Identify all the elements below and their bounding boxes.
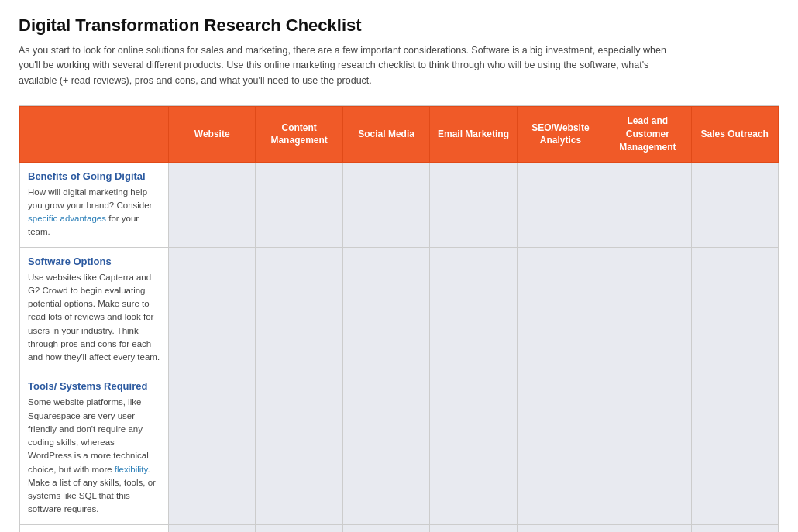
row-label-stakeholders: Stakeholders List anyone who will be wor… (20, 524, 169, 532)
table-header-row: Website Content Management Social Media … (20, 107, 779, 162)
cell-software-seo[interactable] (517, 247, 604, 372)
cell-stakeholders-content[interactable] (256, 524, 342, 532)
row-desc-benefits: How will digital marketing help you grow… (28, 186, 160, 239)
cell-stakeholders-seo[interactable] (517, 524, 604, 532)
cell-benefits-content[interactable] (256, 162, 342, 247)
cell-benefits-website[interactable] (169, 162, 256, 247)
cell-tools-content[interactable] (256, 372, 342, 524)
table-row: Software Options Use websites like Capte… (20, 247, 779, 372)
checklist-table: Website Content Management Social Media … (19, 105, 779, 532)
row-title-benefits: Benefits of Going Digital (28, 170, 160, 182)
cell-stakeholders-website[interactable] (169, 524, 256, 532)
cell-benefits-sales[interactable] (691, 162, 778, 247)
col-header-website: Website (169, 107, 256, 162)
row-label-tools: Tools/ Systems Required Some website pla… (20, 372, 169, 524)
row-label-benefits: Benefits of Going Digital How will digit… (20, 162, 169, 247)
cell-tools-sales[interactable] (691, 372, 778, 524)
cell-software-email[interactable] (430, 247, 517, 372)
cell-stakeholders-email[interactable] (430, 524, 517, 532)
page-intro: As you start to look for online solution… (19, 43, 685, 88)
cell-software-website[interactable] (169, 247, 256, 372)
row-title-software: Software Options (28, 256, 160, 267)
benefits-link[interactable]: specific advantages (28, 214, 106, 223)
col-header-seo-analytics: SEO/Website Analytics (517, 107, 604, 162)
cell-software-sales[interactable] (691, 247, 778, 372)
col-header-lead-customer: Lead and Customer Management (604, 107, 691, 162)
cell-tools-seo[interactable] (517, 372, 604, 524)
cell-stakeholders-social[interactable] (342, 524, 429, 532)
col-header-empty (20, 107, 169, 162)
tools-link[interactable]: flexibility (115, 465, 148, 474)
cell-benefits-email[interactable] (430, 162, 517, 247)
cell-tools-lead[interactable] (604, 372, 691, 524)
cell-benefits-seo[interactable] (517, 162, 604, 247)
cell-benefits-lead[interactable] (604, 162, 691, 247)
page-title: Digital Transformation Research Checklis… (19, 15, 779, 36)
cell-stakeholders-lead[interactable] (604, 524, 691, 532)
col-header-social-media: Social Media (342, 107, 429, 162)
row-desc-tools: Some website platforms, like Squarespace… (28, 396, 160, 516)
col-header-sales-outreach: Sales Outreach (691, 107, 778, 162)
table-row: Stakeholders List anyone who will be wor… (20, 524, 779, 532)
table-row: Tools/ Systems Required Some website pla… (20, 372, 779, 524)
cell-software-content[interactable] (256, 247, 342, 372)
cell-tools-social[interactable] (342, 372, 429, 524)
cell-tools-website[interactable] (169, 372, 256, 524)
cell-tools-email[interactable] (430, 372, 517, 524)
table-row: Benefits of Going Digital How will digit… (20, 162, 779, 247)
cell-software-lead[interactable] (604, 247, 691, 372)
cell-stakeholders-sales[interactable] (691, 524, 778, 532)
col-header-email-marketing: Email Marketing (430, 107, 517, 162)
col-header-content-mgmt: Content Management (256, 107, 342, 162)
row-title-tools: Tools/ Systems Required (28, 380, 160, 392)
cell-software-social[interactable] (342, 247, 429, 372)
row-desc-software: Use websites like Capterra and G2 Crowd … (28, 271, 160, 365)
cell-benefits-social[interactable] (342, 162, 429, 247)
row-label-software: Software Options Use websites like Capte… (20, 247, 169, 372)
